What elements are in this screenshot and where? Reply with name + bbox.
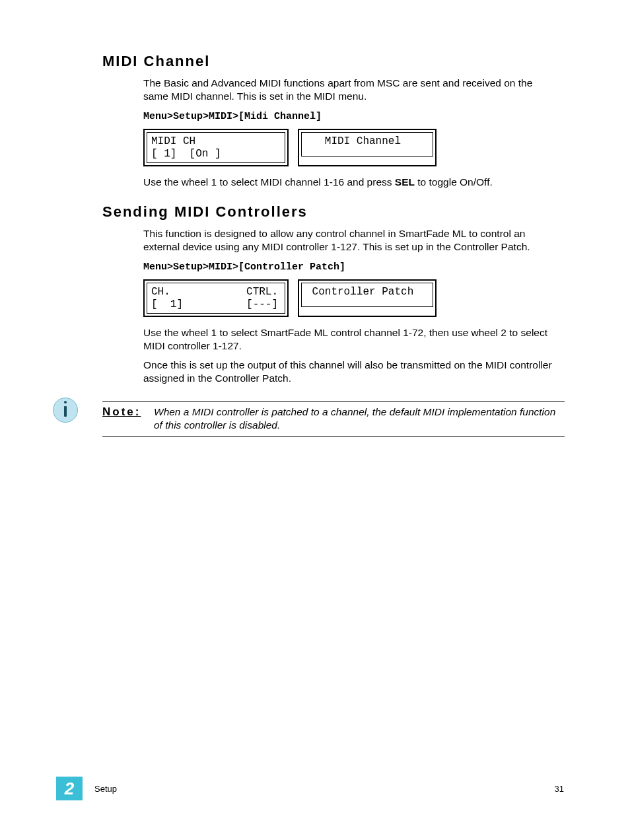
menu-path: Menu>Setup>MIDI>[Midi Channel]	[143, 111, 565, 122]
paragraph: The Basic and Advanced MIDI functions ap…	[143, 77, 559, 103]
heading-sending-midi-controllers: Sending MIDI Controllers	[102, 203, 565, 221]
text: to toggle On/Off.	[415, 176, 493, 188]
lcd-display-row: MIDI CH [ 1] [On ] MIDI Channel	[143, 129, 565, 166]
paragraph: Use the wheel 1 to select SmartFade ML c…	[143, 326, 559, 353]
paragraph: Use the wheel 1 to select MIDI channel 1…	[143, 176, 559, 189]
lcd-screen-right: MIDI Channel	[301, 132, 433, 157]
lcd-screen-right: Controller Patch	[301, 283, 433, 307]
note-label: Note:	[102, 405, 154, 432]
text: Use the wheel 1 to select MIDI channel 1…	[143, 176, 395, 188]
lcd-screen-left: CH. CTRL. [ 1] [---]	[147, 283, 285, 314]
footer-page-number: 31	[555, 784, 564, 794]
lcd-box-left: MIDI CH [ 1] [On ]	[143, 129, 289, 166]
heading-midi-channel: MIDI Channel	[102, 53, 565, 70]
chapter-number-chip: 2	[56, 777, 83, 800]
note-block: Note: When a MIDI controller is patched …	[102, 401, 565, 437]
paragraph: Once this is set up the output of this c…	[143, 359, 559, 385]
note-text: When a MIDI controller is patched to a c…	[154, 405, 565, 432]
footer-section-label: Setup	[94, 784, 555, 794]
key-label-sel: SEL	[395, 176, 415, 188]
info-icon	[53, 398, 78, 423]
menu-path: Menu>Setup>MIDI>[Controller Patch]	[143, 262, 565, 273]
paragraph: This function is designed to allow any c…	[143, 227, 559, 254]
lcd-screen-left: MIDI CH [ 1] [On ]	[147, 132, 285, 163]
lcd-box-right: MIDI Channel	[298, 129, 437, 166]
lcd-display-row: CH. CTRL. [ 1] [---] Controller Patch	[143, 279, 565, 317]
lcd-box-left: CH. CTRL. [ 1] [---]	[143, 279, 289, 317]
page-footer: 2 Setup 31	[56, 777, 564, 800]
lcd-box-right: Controller Patch	[298, 279, 437, 317]
